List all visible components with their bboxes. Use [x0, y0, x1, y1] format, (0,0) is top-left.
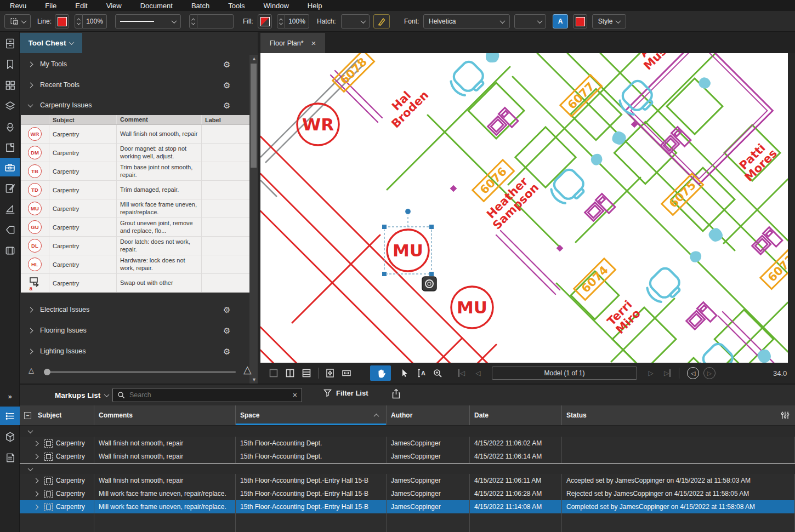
menu-help[interactable]: Help	[308, 2, 322, 10]
markup-row[interactable]: Carpentry Wall finish not smooth, repair…	[20, 450, 795, 463]
column-header-status[interactable]: Status	[562, 405, 795, 425]
first-page-icon[interactable]: ◁	[453, 365, 470, 381]
expand-row-icon[interactable]	[33, 504, 39, 510]
tag-icon[interactable]	[0, 220, 20, 239]
menu-document[interactable]: Document	[140, 2, 173, 10]
expand-row-icon[interactable]	[33, 478, 39, 483]
line-color-button[interactable]	[55, 14, 69, 28]
section-my-tools[interactable]: My Tools ⚙	[20, 56, 249, 72]
slider-knob[interactable]	[44, 369, 50, 375]
flags-icon[interactable]	[0, 138, 20, 157]
menu-view[interactable]: View	[106, 2, 122, 10]
tool-row[interactable]: TDCarpentryTrim damaged, repair.	[21, 181, 249, 199]
resize-handle-se[interactable]	[429, 272, 434, 277]
fit-width-icon[interactable]	[338, 365, 355, 381]
gear-icon[interactable]: ⚙	[223, 306, 230, 314]
page-indicator[interactable]: Model (1 of 1)	[492, 367, 637, 380]
markup-row-selected[interactable]: Carpentry Mill work face frame uneven, r…	[20, 500, 795, 513]
single-page-view-icon[interactable]	[265, 365, 282, 381]
tool-row[interactable]: WRCarpentryWall finish not smooth, repai…	[21, 125, 249, 144]
section-recent-tools[interactable]: Recent Tools ⚙	[20, 77, 249, 93]
layers-icon[interactable]	[0, 96, 20, 115]
line-opacity-value[interactable]: 100%	[83, 14, 107, 28]
next-view-icon[interactable]: ▷	[703, 367, 716, 379]
select-tool-icon[interactable]	[396, 365, 413, 381]
collapse-all-icon[interactable]: –	[24, 412, 31, 419]
hatch-dropdown[interactable]	[341, 14, 370, 28]
scroll-up-icon[interactable]: ▲	[252, 56, 257, 61]
tool-chest-icon[interactable]	[0, 158, 20, 176]
share-icon[interactable]	[391, 388, 401, 399]
menu-window[interactable]: Window	[264, 2, 289, 10]
column-header-author[interactable]: Author	[387, 405, 470, 425]
tool-chest-header[interactable]: Tool Chest	[20, 33, 82, 53]
expand-row-icon[interactable]	[33, 441, 39, 446]
drawing-canvas[interactable]: 6078 6077 6076 6075 6074 6073 HalBroden …	[260, 53, 788, 363]
expand-row-icon[interactable]	[33, 454, 39, 459]
thumbnails-icon[interactable]	[0, 76, 20, 94]
fill-opacity-spinner[interactable]	[277, 14, 285, 28]
fit-page-icon[interactable]	[322, 365, 338, 381]
zoom-level-value[interactable]: 34.0	[773, 369, 795, 377]
javascript-console-icon[interactable]	[0, 448, 20, 467]
tool-row[interactable]: DLCarpentryDoor latch: does not work, re…	[21, 237, 249, 255]
gear-icon[interactable]: ⚙	[223, 347, 230, 356]
previous-page-icon[interactable]: ◁	[470, 365, 486, 381]
column-header-subject[interactable]: – Subject	[20, 405, 94, 425]
space-group-header[interactable]	[20, 463, 795, 474]
column-header-date[interactable]: Date	[470, 405, 562, 425]
gear-icon[interactable]: ⚙	[223, 101, 230, 110]
column-header-space[interactable]: Space	[236, 405, 387, 425]
space-group-header[interactable]	[20, 426, 795, 437]
section-lighting-issues[interactable]: Lighting Issues ⚙	[20, 344, 249, 359]
clear-search-icon[interactable]: ×	[293, 391, 297, 399]
tool-row[interactable]: MUCarpentryMill work face frame uneven, …	[21, 199, 249, 218]
last-page-icon[interactable]: ▷	[659, 365, 675, 381]
tool-row[interactable]: GUCarpentryGrout uneven joint, remove an…	[21, 218, 249, 237]
next-page-icon[interactable]: ▷	[643, 365, 659, 381]
tool-row[interactable]: DMCarpentryDoor magnet: at stop not work…	[21, 144, 249, 162]
split-vertical-icon[interactable]	[282, 365, 298, 381]
zoom-tool-icon[interactable]	[429, 365, 446, 381]
slider-track[interactable]	[44, 371, 236, 373]
gear-icon[interactable]: ⚙	[223, 81, 230, 89]
filter-list-button[interactable]: Filter List	[323, 389, 368, 397]
menu-edit[interactable]: Edit	[75, 2, 87, 10]
markups-list-title-dropdown[interactable]: Markups List	[55, 391, 109, 399]
tool-row[interactable]: TBCarpentryTrim base joint not smooth, r…	[21, 162, 249, 181]
close-icon[interactable]: ×	[311, 38, 316, 48]
column-settings-icon[interactable]	[781, 411, 790, 420]
rotate-handle[interactable]	[405, 209, 411, 215]
text-color-button[interactable]	[573, 14, 587, 28]
menu-batch[interactable]: Batch	[191, 2, 209, 10]
markup-row[interactable]: Carpentry Mill work face frame uneven, r…	[20, 487, 795, 500]
resize-handle-nw[interactable]	[382, 225, 387, 230]
capture-media-icon[interactable]	[422, 277, 436, 291]
markup-row[interactable]: Carpentry Wall finish not smooth, repair…	[20, 474, 795, 487]
font-dropdown[interactable]: Helvetica	[423, 14, 510, 28]
tool-chest-scrollbar[interactable]: ▲ ▼	[249, 55, 258, 384]
resize-handle-ne[interactable]	[429, 225, 434, 230]
3d-model-tree-icon[interactable]	[0, 427, 20, 446]
style-dropdown[interactable]: Style	[592, 14, 626, 28]
split-horizontal-icon[interactable]	[298, 365, 315, 381]
expand-row-icon[interactable]	[33, 491, 39, 496]
line-width-value[interactable]	[197, 14, 234, 28]
line-opacity-spinner[interactable]	[75, 14, 83, 28]
tool-row[interactable]: HLCarpentryHardware: lock does not work,…	[21, 255, 249, 274]
resize-handle-sw[interactable]	[382, 272, 387, 277]
selection-tool-dropdown[interactable]	[4, 14, 31, 28]
menu-revu[interactable]: Revu	[10, 2, 26, 10]
menu-tools[interactable]: Tools	[228, 2, 245, 10]
markup-row[interactable]: Carpentry Wall finish not smooth, repair…	[20, 437, 795, 450]
font-size-dropdown[interactable]	[514, 14, 546, 28]
scrollbar-thumb[interactable]	[251, 64, 257, 168]
measurements-icon[interactable]	[0, 199, 20, 218]
markups-list-icon[interactable]	[0, 407, 20, 425]
format-painter-button[interactable]	[373, 14, 390, 28]
line-width-spinner[interactable]	[189, 14, 197, 28]
file-properties-icon[interactable]	[0, 34, 20, 53]
fill-color-button[interactable]	[258, 14, 272, 28]
bookmarks-icon[interactable]	[0, 55, 20, 73]
search-box[interactable]: ×	[112, 388, 302, 402]
